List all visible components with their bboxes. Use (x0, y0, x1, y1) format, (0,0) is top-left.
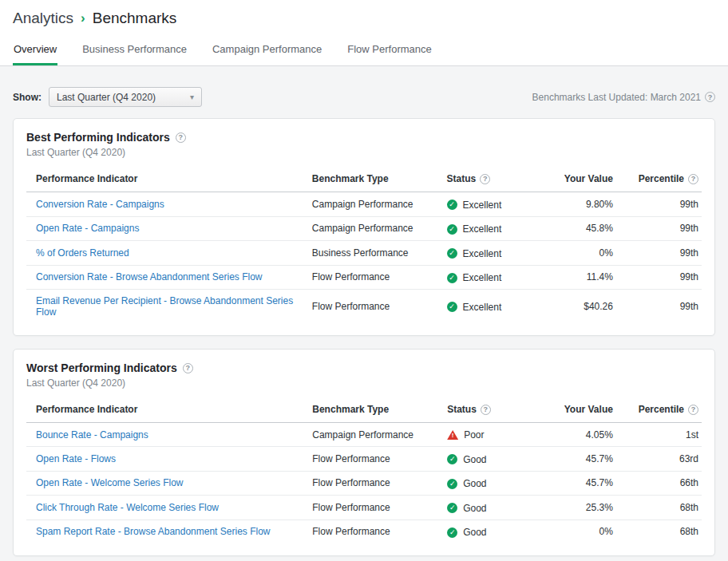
status-cell: ✓Excellent (437, 192, 528, 217)
help-icon[interactable]: ? (480, 174, 490, 184)
benchmark-type-cell: Business Performance (303, 241, 437, 266)
indicator-link[interactable]: Open Rate - Campaigns (36, 223, 139, 234)
col-status: Status? (437, 397, 528, 423)
benchmark-type-cell: Campaign Performance (303, 192, 437, 217)
main-content: Show: Last Quarter (Q4 2020) ▾ Benchmark… (0, 87, 728, 561)
status-label: Excellent (463, 248, 502, 259)
last-updated: Benchmarks Last Updated: March 2021 ? (532, 92, 715, 103)
status-badge: ✓Excellent (447, 223, 502, 235)
indicator-link[interactable]: Email Revenue Per Recipient - Browse Aba… (36, 295, 293, 318)
tab-campaign-performance[interactable]: Campaign Performance (212, 37, 322, 65)
warning-triangle-icon: ! (447, 430, 458, 440)
table-header-row: Performance Indicator Benchmark Type Sta… (26, 397, 702, 423)
your-value-cell: 0% (528, 241, 616, 266)
your-value-cell: $40.26 (528, 290, 616, 324)
status-label: Good (463, 503, 486, 514)
indicator-link[interactable]: Spam Report Rate - Browse Abandonment Se… (36, 526, 270, 537)
help-icon[interactable]: ? (705, 92, 715, 102)
col-your-value: Your Value (528, 166, 616, 192)
status-cell: !Poor (437, 423, 528, 447)
status-cell: ✓Excellent (437, 265, 528, 290)
col-performance-indicator: Performance Indicator (26, 397, 303, 423)
benchmark-type-cell: Campaign Performance (303, 423, 437, 447)
percentile-cell: 99th (616, 241, 702, 266)
table-row: Open Rate - FlowsFlow Performance✓Good45… (26, 447, 702, 472)
chevron-down-icon: ▾ (190, 93, 194, 101)
indicator-link[interactable]: Conversion Rate - Browse Abandonment Ser… (36, 271, 262, 282)
chevron-right-icon: › (81, 10, 85, 26)
help-icon[interactable]: ? (183, 363, 193, 373)
percentile-cell: 99th (616, 192, 702, 217)
col-your-value: Your Value (528, 397, 616, 423)
table-row: Conversion Rate - CampaignsCampaign Perf… (26, 192, 702, 217)
status-badge: ✓Good (447, 454, 486, 465)
card-subtitle: Last Quarter (Q4 2020) (26, 377, 702, 389)
check-circle-icon: ✓ (447, 479, 457, 489)
status-cell: ✓Good (437, 447, 528, 472)
col-benchmark-type: Benchmark Type (303, 397, 437, 423)
status-label: Good (463, 527, 486, 538)
tab-overview[interactable]: Overview (13, 37, 57, 65)
indicator-cell: Bounce Rate - Campaigns (26, 423, 303, 447)
indicator-link[interactable]: % of Orders Returned (36, 247, 129, 259)
period-dropdown[interactable]: Last Quarter (Q4 2020) ▾ (49, 87, 202, 107)
filter-toolbar: Show: Last Quarter (Q4 2020) ▾ Benchmark… (13, 87, 715, 107)
percentile-cell: 63rd (616, 447, 702, 472)
status-label: Poor (464, 429, 484, 441)
help-icon[interactable]: ? (688, 174, 698, 184)
table-row: Conversion Rate - Browse Abandonment Ser… (26, 265, 702, 290)
indicator-link[interactable]: Bounce Rate - Campaigns (36, 429, 148, 441)
benchmark-type-cell: Flow Performance (303, 496, 437, 520)
col-performance-indicator: Performance Indicator (26, 166, 303, 192)
help-icon[interactable]: ? (688, 405, 698, 415)
status-cell: ✓Good (437, 520, 528, 543)
breadcrumb: Analytics › Benchmarks (13, 10, 715, 27)
help-icon[interactable]: ? (481, 405, 491, 415)
status-label: Excellent (463, 223, 502, 235)
breadcrumb-analytics-link[interactable]: Analytics (13, 10, 73, 27)
tab-flow-performance[interactable]: Flow Performance (346, 37, 432, 65)
indicator-link[interactable]: Click Through Rate - Welcome Series Flow (36, 502, 219, 513)
indicator-cell: Click Through Rate - Welcome Series Flow (26, 496, 303, 520)
help-icon[interactable]: ? (176, 132, 186, 143)
benchmark-type-cell: Flow Performance (303, 520, 437, 543)
table-row: Bounce Rate - CampaignsCampaign Performa… (26, 423, 702, 447)
check-circle-icon: ✓ (447, 503, 457, 513)
indicator-cell: % of Orders Returned (26, 241, 303, 266)
your-value-cell: 45.7% (528, 471, 616, 496)
status-badge: ✓Excellent (447, 302, 502, 313)
status-badge: ✓Good (447, 503, 486, 514)
percentile-cell: 66th (616, 471, 702, 496)
best-performing-table: Performance Indicator Benchmark Type Sta… (26, 166, 702, 323)
period-dropdown-value: Last Quarter (Q4 2020) (57, 92, 156, 103)
percentile-cell: 99th (616, 265, 702, 290)
status-badge: ✓Excellent (447, 248, 502, 259)
worst-performing-table: Performance Indicator Benchmark Type Sta… (26, 397, 702, 543)
percentile-cell: 99th (616, 290, 702, 324)
status-badge: ✓Good (447, 478, 486, 489)
indicator-cell: Open Rate - Campaigns (26, 216, 303, 241)
indicator-cell: Spam Report Rate - Browse Abandonment Se… (26, 520, 303, 543)
benchmark-type-cell: Flow Performance (303, 447, 437, 472)
check-circle-icon: ✓ (447, 200, 457, 210)
your-value-cell: 45.7% (528, 447, 616, 472)
table-row: Email Revenue Per Recipient - Browse Aba… (26, 290, 702, 324)
benchmark-type-cell: Flow Performance (303, 290, 437, 324)
percentile-cell: 1st (616, 423, 702, 447)
tab-business-performance[interactable]: Business Performance (81, 37, 188, 65)
card-subtitle: Last Quarter (Q4 2020) (26, 147, 702, 158)
indicator-link[interactable]: Open Rate - Welcome Series Flow (36, 477, 184, 488)
percentile-cell: 68th (616, 496, 702, 520)
col-benchmark-type: Benchmark Type (303, 166, 437, 192)
worst-performing-card: Worst Performing Indicators ? Last Quart… (13, 349, 715, 556)
percentile-cell: 68th (616, 520, 702, 543)
indicator-cell: Open Rate - Welcome Series Flow (26, 471, 303, 496)
card-title: Best Performing Indicators (26, 131, 170, 144)
benchmark-type-cell: Campaign Performance (303, 216, 437, 241)
benchmark-type-cell: Flow Performance (303, 471, 437, 496)
indicator-link[interactable]: Open Rate - Flows (36, 453, 116, 464)
tab-bar: Overview Business Performance Campaign P… (13, 37, 715, 65)
show-label: Show: (13, 92, 42, 103)
best-performing-card: Best Performing Indicators ? Last Quarte… (13, 118, 715, 336)
indicator-link[interactable]: Conversion Rate - Campaigns (36, 199, 164, 210)
